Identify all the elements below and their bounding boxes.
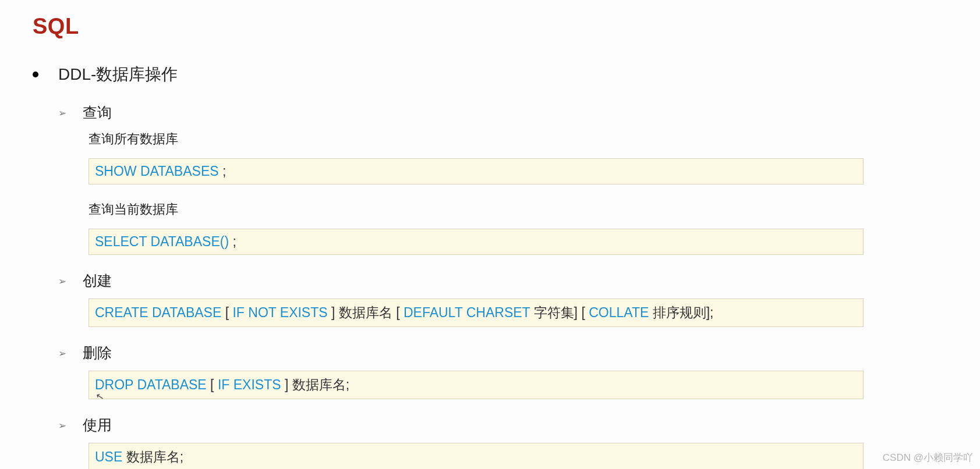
- section: ➢删除DROP DATABASE [ IF EXISTS ] 数据库名;: [58, 343, 980, 399]
- code-box: USE 数据库名;: [89, 443, 864, 469]
- code-box: SELECT DATABASE() ;: [89, 229, 864, 255]
- sql-text: ] 数据库名 [: [328, 305, 404, 320]
- sql-keyword: COLLATE: [589, 305, 649, 320]
- section-heading: 使用: [83, 415, 112, 435]
- section-heading-row: ➢使用: [58, 415, 980, 435]
- section-heading-row: ➢查询: [58, 103, 980, 122]
- sql-text: ;: [229, 234, 236, 249]
- sql-keyword: USE: [95, 449, 122, 464]
- section-heading-row: ➢创建: [58, 271, 980, 290]
- code-box: DROP DATABASE [ IF EXISTS ] 数据库名;: [89, 371, 864, 399]
- code-label: 查询所有数据库: [89, 130, 980, 148]
- topic-text: DDL-数据库操作: [58, 63, 178, 86]
- chevron-right-icon: ➢: [58, 108, 66, 118]
- code-label-text: 查询当前数据库: [89, 201, 980, 218]
- bullet-icon: [33, 72, 38, 77]
- sql-keyword: SHOW DATABASES: [95, 164, 219, 179]
- sql-keyword: IF EXISTS: [218, 377, 281, 392]
- sql-keyword: DROP DATABASE: [95, 377, 207, 392]
- section: ➢查询查询所有数据库SHOW DATABASES ;查询当前数据库SELECT …: [58, 103, 980, 255]
- sql-text: 排序规则];: [649, 305, 713, 320]
- sql-keyword: CREATE DATABASE: [95, 305, 225, 320]
- sql-text: 数据库名;: [122, 449, 183, 464]
- page-title: SQL: [33, 14, 980, 39]
- chevron-right-icon: ➢: [58, 276, 66, 286]
- section-heading: 删除: [83, 343, 112, 363]
- chevron-right-icon: ➢: [58, 349, 66, 358]
- sections-container: ➢查询查询所有数据库SHOW DATABASES ;查询当前数据库SELECT …: [33, 103, 980, 469]
- topic-row: DDL-数据库操作: [33, 63, 980, 86]
- sql-text: [: [207, 377, 218, 392]
- page: SQL DDL-数据库操作 ➢查询查询所有数据库SHOW DATABASES ;…: [0, 0, 980, 469]
- code-box: CREATE DATABASE [ IF NOT EXISTS ] 数据库名 […: [89, 299, 864, 327]
- code-label: 查询当前数据库: [89, 201, 980, 218]
- section: ➢使用USE 数据库名;: [58, 415, 980, 469]
- sql-text: ;: [219, 164, 227, 179]
- section-heading: 创建: [83, 271, 112, 290]
- chevron-right-icon: ➢: [58, 421, 66, 431]
- code-box: SHOW DATABASES ;: [89, 158, 864, 184]
- sql-text: ] 数据库名;: [281, 377, 350, 392]
- sql-keyword: IF NOT EXISTS: [232, 305, 327, 320]
- sql-keyword: DEFAULT CHARSET: [404, 305, 530, 320]
- section-heading-row: ➢删除: [58, 343, 980, 363]
- sql-keyword: SELECT DATABASE(): [95, 234, 229, 249]
- sql-text: [: [225, 305, 233, 320]
- code-label-text: 查询所有数据库: [89, 130, 980, 148]
- section: ➢创建CREATE DATABASE [ IF NOT EXISTS ] 数据库…: [58, 271, 980, 327]
- sql-text: 字符集] [: [530, 305, 589, 320]
- section-heading: 查询: [83, 103, 112, 122]
